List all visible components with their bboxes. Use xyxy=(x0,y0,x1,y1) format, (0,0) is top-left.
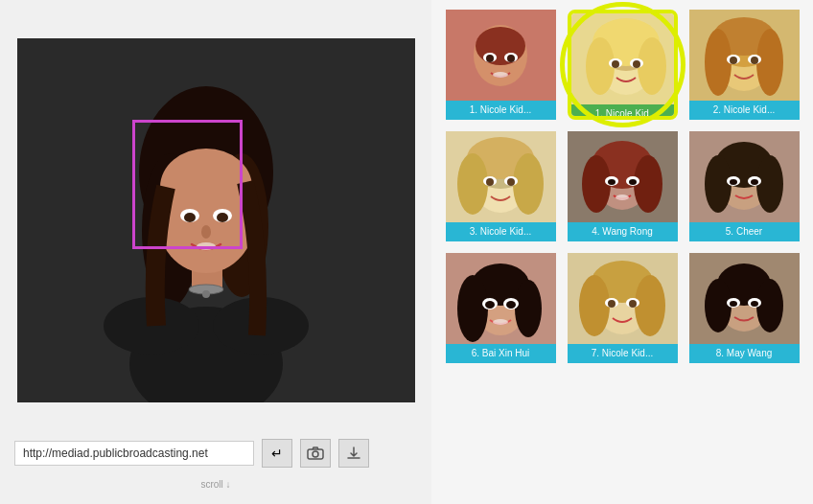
svg-point-47 xyxy=(756,29,783,96)
svg-point-98 xyxy=(493,319,508,325)
svg-point-120 xyxy=(751,301,758,307)
enter-button[interactable]: ↵ xyxy=(262,439,292,468)
svg-point-26 xyxy=(507,55,515,62)
svg-point-74 xyxy=(629,179,637,185)
bottom-bar xyxy=(0,402,431,431)
svg-point-108 xyxy=(608,300,616,308)
url-bar: ↵ xyxy=(0,431,431,475)
camera-icon xyxy=(307,447,324,460)
svg-point-82 xyxy=(756,155,783,213)
url-input[interactable] xyxy=(14,441,254,466)
result-item-5[interactable]: 4. Wang Rong xyxy=(568,131,678,241)
svg-text:5. Cheer: 5. Cheer xyxy=(726,226,763,237)
svg-point-105 xyxy=(635,275,665,336)
svg-point-39 xyxy=(633,60,640,68)
svg-text:4. Wang Rong: 4. Wang Rong xyxy=(592,226,653,237)
result-item-7[interactable]: 6. Bai Xin Hui xyxy=(446,253,556,363)
svg-text:8. May Wang: 8. May Wang xyxy=(716,348,773,358)
svg-point-63 xyxy=(507,178,515,186)
main-image-container xyxy=(17,38,415,402)
result-item-4[interactable]: 3. Nicole Kid... xyxy=(446,131,556,241)
result-item-1[interactable]: 1. Nicole Kid... xyxy=(446,10,556,120)
svg-point-119 xyxy=(730,301,737,307)
right-panel: 1. Nicole Kid... xyxy=(431,0,813,504)
face-detection-box xyxy=(132,120,243,249)
svg-point-116 xyxy=(756,279,783,332)
svg-text:2. Nicole Kid...: 2. Nicole Kid... xyxy=(713,104,775,115)
svg-point-25 xyxy=(486,55,494,62)
svg-point-59 xyxy=(513,153,544,215)
result-item-2[interactable]: 1. Nicole Kid... xyxy=(568,10,678,120)
svg-point-73 xyxy=(608,179,616,185)
svg-point-46 xyxy=(705,29,732,96)
svg-point-109 xyxy=(629,300,637,308)
svg-point-38 xyxy=(612,60,619,68)
svg-point-15 xyxy=(202,290,210,298)
result-item-6[interactable]: 5. Cheer xyxy=(689,131,800,241)
subject-photo xyxy=(17,38,415,402)
svg-point-93 xyxy=(515,280,542,337)
svg-point-62 xyxy=(486,178,494,186)
svg-text:1. Nicole Kid...: 1. Nicole Kid... xyxy=(595,108,657,119)
svg-point-19 xyxy=(313,451,318,457)
download-icon xyxy=(346,446,361,461)
svg-text:6. Bai Xin Hui: 6. Bai Xin Hui xyxy=(472,348,530,358)
top-bar xyxy=(0,0,431,38)
svg-point-86 xyxy=(751,179,758,185)
svg-point-58 xyxy=(457,153,488,215)
svg-text:3. Nicole Kid...: 3. Nicole Kid... xyxy=(470,226,531,237)
svg-point-115 xyxy=(705,279,732,332)
result-item-3[interactable]: 2. Nicole Kid... xyxy=(689,10,800,120)
download-button[interactable] xyxy=(338,439,369,468)
svg-point-104 xyxy=(579,275,610,336)
left-panel: ↵ scroll ↓ xyxy=(0,0,431,504)
svg-point-85 xyxy=(730,179,737,185)
svg-point-27 xyxy=(493,72,508,78)
svg-text:7. Nicole Kid...: 7. Nicole Kid... xyxy=(592,348,653,358)
scroll-hint: scroll ↓ xyxy=(186,475,244,493)
result-item-8[interactable]: 7. Nicole Kid... xyxy=(568,253,678,363)
svg-text:1. Nicole Kid...: 1. Nicole Kid... xyxy=(470,104,531,115)
svg-point-96 xyxy=(485,301,495,309)
svg-point-50 xyxy=(730,57,737,64)
result-item-9[interactable]: 8. May Wang xyxy=(689,253,800,363)
svg-point-51 xyxy=(751,57,758,64)
svg-point-81 xyxy=(705,155,732,213)
svg-point-75 xyxy=(616,195,629,200)
svg-point-22 xyxy=(476,27,525,65)
camera-button[interactable] xyxy=(300,439,331,468)
results-grid: 1. Nicole Kid... xyxy=(446,10,799,363)
svg-point-92 xyxy=(457,275,488,342)
svg-point-97 xyxy=(506,301,516,309)
